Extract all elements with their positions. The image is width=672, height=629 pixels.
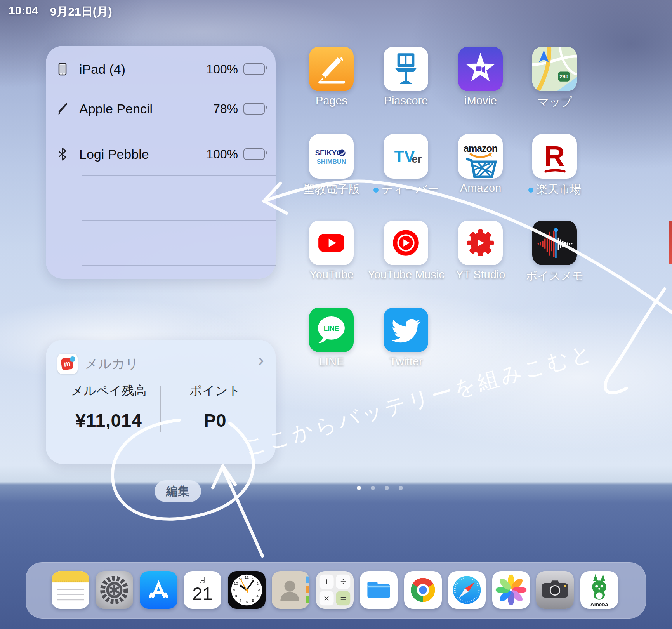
page-dot[interactable] bbox=[385, 486, 389, 490]
battery-row-pebble[interactable]: Logi Pebble 100% bbox=[46, 133, 276, 175]
batteries-widget[interactable]: iPad (4) 100% Apple Pencil 78% Logi Pebb… bbox=[46, 46, 276, 279]
mercari-blue-dot-icon bbox=[70, 356, 75, 362]
edit-button-label: 編集 bbox=[166, 483, 189, 499]
app-seikyo[interactable]: SEIKYOSHIMBUN 聖教電子版 bbox=[309, 134, 354, 197]
device-name: Logi Pebble bbox=[79, 147, 206, 162]
divider bbox=[82, 130, 276, 130]
dock-safari-icon[interactable] bbox=[448, 571, 486, 609]
app-amazon[interactable]: amazon Amazon bbox=[458, 134, 503, 195]
svg-text:5: 5 bbox=[252, 598, 254, 603]
battery-row-ipad[interactable]: iPad (4) 100% bbox=[46, 50, 276, 89]
app-youtube[interactable]: YouTube bbox=[309, 221, 354, 281]
app-label: YT Studio bbox=[440, 268, 521, 281]
svg-text:Ameba: Ameba bbox=[590, 601, 608, 607]
page-dot[interactable] bbox=[357, 486, 361, 490]
maps-icon: 280 bbox=[532, 47, 577, 91]
points-label: ポイント bbox=[161, 382, 269, 400]
arrow-stem bbox=[223, 468, 262, 556]
update-dot-icon bbox=[528, 188, 533, 193]
battery-row-pencil[interactable]: Apple Pencil 78% bbox=[46, 87, 276, 130]
app-label: 聖教電子版 bbox=[291, 182, 372, 197]
dock-clock-icon[interactable]: 12 1 2 3 4 5 6 7 8 9 10 11 bbox=[228, 571, 266, 609]
svg-text:10: 10 bbox=[234, 581, 238, 586]
svg-text:×: × bbox=[323, 593, 329, 604]
dock-camera-icon[interactable] bbox=[536, 571, 574, 609]
merpay-balance-label: メルペイ残高 bbox=[54, 382, 163, 400]
pencil-icon bbox=[46, 102, 79, 115]
dock-chrome-icon[interactable] bbox=[404, 571, 442, 609]
voice-memos-icon bbox=[532, 221, 577, 265]
svg-text:12: 12 bbox=[245, 575, 249, 579]
points-value: P0 bbox=[161, 410, 269, 431]
dock-contacts-icon[interactable] bbox=[272, 571, 309, 609]
app-yt-studio[interactable]: YT Studio bbox=[458, 221, 503, 281]
dock-notes-icon[interactable] bbox=[52, 571, 89, 609]
app-twitter[interactable]: Twitter bbox=[384, 308, 428, 368]
svg-text:=: = bbox=[340, 593, 346, 604]
svg-text:3: 3 bbox=[258, 587, 260, 592]
app-label: マップ bbox=[514, 94, 596, 110]
page-control[interactable] bbox=[357, 486, 403, 490]
dock-photos-icon[interactable] bbox=[492, 571, 530, 609]
chevron-right-icon[interactable]: › bbox=[258, 351, 264, 369]
app-pages[interactable]: Pages bbox=[309, 47, 354, 107]
app-label: Piascore bbox=[365, 94, 447, 107]
app-youtube-music[interactable]: YouTube Music bbox=[384, 221, 428, 281]
svg-text:SHIMBUN: SHIMBUN bbox=[317, 158, 346, 165]
app-maps[interactable]: 280 マップ bbox=[532, 47, 577, 110]
battery-level-icon bbox=[243, 103, 265, 115]
page-dot[interactable] bbox=[399, 486, 403, 490]
dock-files-icon[interactable] bbox=[360, 571, 398, 609]
app-label: 楽天市場 bbox=[514, 182, 596, 197]
arrow-barb bbox=[213, 466, 223, 488]
points-column: ポイント P0 bbox=[161, 382, 269, 431]
app-imovie[interactable]: iMovie bbox=[458, 47, 503, 107]
piascore-icon bbox=[384, 47, 428, 91]
svg-text:21: 21 bbox=[193, 584, 213, 604]
line-icon: LINE bbox=[309, 308, 354, 352]
dock-calendar-icon[interactable]: 月21 bbox=[184, 571, 221, 609]
pages-icon bbox=[309, 47, 354, 91]
status-time: 10:04 bbox=[9, 4, 38, 20]
partial-app-icon[interactable] bbox=[669, 221, 672, 264]
svg-text:7: 7 bbox=[239, 598, 241, 603]
dock-calculator-icon[interactable]: +÷×= bbox=[316, 571, 354, 609]
svg-text:2: 2 bbox=[256, 581, 258, 586]
imovie-icon bbox=[458, 47, 503, 91]
app-tver[interactable]: TVer ティーバー bbox=[384, 134, 428, 197]
dock: 月21 12 1 2 3 4 5 6 7 8 9 10 11 bbox=[26, 562, 646, 619]
svg-text:+: + bbox=[323, 576, 329, 587]
dock-ameba-icon[interactable]: Ameba bbox=[580, 571, 618, 609]
device-name: Apple Pencil bbox=[79, 101, 213, 116]
dock-settings-icon[interactable] bbox=[96, 571, 133, 609]
svg-text:er: er bbox=[412, 153, 422, 165]
app-piascore[interactable]: Piascore bbox=[384, 47, 428, 107]
app-label: Pages bbox=[291, 94, 372, 107]
device-name: iPad (4) bbox=[79, 62, 206, 77]
update-dot-icon bbox=[373, 188, 379, 193]
svg-text:SEIKYO: SEIKYO bbox=[315, 149, 342, 157]
battery-level-icon bbox=[243, 63, 265, 75]
svg-text:4: 4 bbox=[256, 594, 259, 598]
merpay-balance-column: メルペイ残高 ¥11,014 bbox=[54, 382, 163, 431]
divider bbox=[82, 85, 276, 85]
youtube-icon bbox=[309, 221, 354, 265]
dock-appstore-icon[interactable] bbox=[140, 571, 177, 609]
page-dot[interactable] bbox=[371, 486, 375, 490]
rakuten-icon: R bbox=[532, 134, 577, 179]
app-voice-memos[interactable]: ボイスメモ bbox=[532, 221, 577, 284]
mercari-widget[interactable]: m メルカリ › メルペイ残高 ¥11,014 ポイント P0 bbox=[46, 340, 276, 464]
battery-percent: 78% bbox=[213, 102, 238, 116]
edit-button[interactable]: 編集 bbox=[155, 480, 201, 502]
app-label: Amazon bbox=[440, 182, 521, 195]
seikyo-shimbun-icon: SEIKYOSHIMBUN bbox=[309, 134, 354, 179]
svg-text:8: 8 bbox=[235, 594, 237, 598]
app-label: ボイスメモ bbox=[514, 268, 596, 284]
app-rakuten[interactable]: R 楽天市場 bbox=[532, 134, 577, 197]
svg-text:LINE: LINE bbox=[324, 325, 339, 332]
divider bbox=[82, 175, 276, 176]
app-line[interactable]: LINE LINE bbox=[309, 308, 354, 368]
mercari-app-icon: m bbox=[57, 354, 78, 374]
app-label: YouTube Music bbox=[365, 268, 447, 281]
svg-text:6: 6 bbox=[245, 600, 247, 604]
